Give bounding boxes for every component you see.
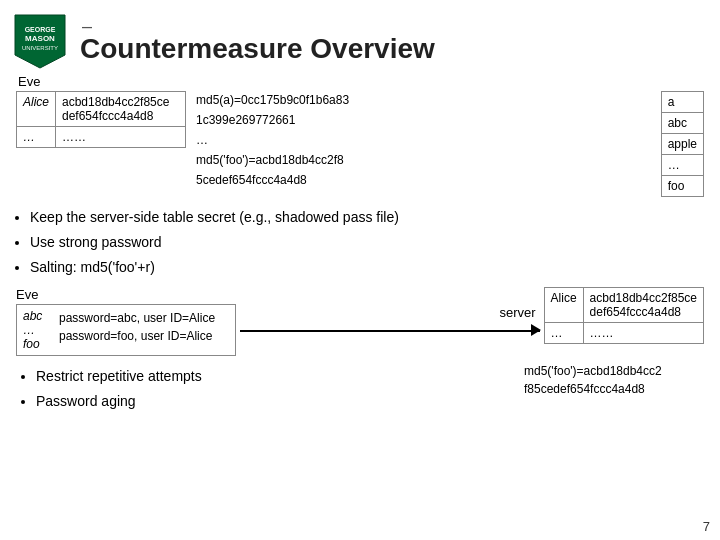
bullet-item: Password aging	[36, 389, 498, 414]
table-cell-hash: acbd18db4cc2f85cedef654fccc4a4d8	[56, 92, 186, 127]
title-area: – Countermeasure Overview	[80, 16, 435, 65]
bottom-bullets: Restrict repetitive attempts Password ag…	[16, 360, 514, 416]
page-number: 7	[703, 519, 710, 534]
server-section: Alice acbd18db4cc2f85cedef654fccc4a4d8 ……	[544, 287, 704, 344]
bottom-md5-text: md5('foo')=acbd18db4cc2f85cedef654fccc4a…	[524, 362, 704, 398]
server-label-row: server	[240, 305, 540, 320]
table-row: Alice acbd18db4cc2f85cedef654fccc4a4d8	[17, 92, 186, 127]
eve-bottom-box: abc…foo password=abc, user ID=Alice pass…	[16, 304, 236, 356]
table-row: abc	[661, 113, 703, 134]
server-name-cell: …	[544, 322, 583, 343]
header: GEORGE MASON UNIVERSITY – Countermeasure…	[0, 0, 720, 74]
page-title: Countermeasure Overview	[80, 33, 435, 65]
hash-line-1: md5(a)=0cc175b9c0f1b6a83	[196, 91, 651, 109]
table-row: … ……	[17, 127, 186, 148]
hash-line-2: 1c399e269772661	[196, 111, 651, 129]
table-cell-name: Alice	[17, 92, 56, 127]
eve-server-row: Eve abc…foo password=abc, user ID=Alice …	[16, 287, 704, 356]
server-hash-cell: acbd18db4cc2f85cedef654fccc4a4d8	[583, 287, 703, 322]
arrow-head-icon	[531, 324, 541, 336]
dict-entry: foo	[661, 176, 703, 197]
arrow-line	[240, 330, 540, 332]
dict-entry: abc	[661, 113, 703, 134]
table-row: … ……	[544, 322, 703, 343]
table-row: foo	[661, 176, 703, 197]
svg-text:UNIVERSITY: UNIVERSITY	[22, 45, 58, 51]
logo-icon: GEORGE MASON UNIVERSITY	[10, 10, 70, 70]
arrow-line-container	[240, 320, 540, 340]
bullet-item: Restrict repetitive attempts	[36, 364, 498, 389]
table-cell-name: …	[17, 127, 56, 148]
top-content: Alice acbd18db4cc2f85cedef654fccc4a4d8 ……	[16, 91, 704, 197]
hash-line-4: 5cedef654fccc4a4d8	[196, 171, 651, 189]
table-cell-hash: ……	[56, 127, 186, 148]
top-section: Eve Alice acbd18db4cc2f85cedef654fccc4a4…	[0, 74, 720, 197]
table-row: Alice acbd18db4cc2f85cedef654fccc4a4d8	[544, 287, 703, 322]
bottom-lower-row: Restrict repetitive attempts Password ag…	[16, 360, 704, 416]
bullet-item: Keep the server-side table secret (e.g.,…	[30, 205, 704, 230]
middle-hashes: md5(a)=0cc175b9c0f1b6a83 1c399e269772661…	[196, 91, 651, 191]
table-row: …	[661, 155, 703, 176]
table-row: apple	[661, 134, 703, 155]
server-table: Alice acbd18db4cc2f85cedef654fccc4a4d8 ……	[544, 287, 704, 344]
table-row: a	[661, 92, 703, 113]
bottom-diagram-section: Eve abc…foo password=abc, user ID=Alice …	[0, 285, 720, 416]
svg-text:MASON: MASON	[25, 34, 55, 43]
bullet-item: Salting: md5('foo'+r)	[30, 255, 704, 280]
right-dict-table: a abc apple … foo	[661, 91, 704, 197]
eve-box-left-text: abc…foo	[23, 309, 51, 351]
top-bullets: Keep the server-side table secret (e.g.,…	[0, 197, 720, 285]
server-label: server	[499, 305, 535, 320]
bullet-item: Use strong password	[30, 230, 704, 255]
logo: GEORGE MASON UNIVERSITY	[10, 10, 70, 70]
server-hash-cell: ……	[583, 322, 703, 343]
server-name-cell: Alice	[544, 287, 583, 322]
hash-line-3: md5('foo')=acbd18db4cc2f8	[196, 151, 651, 169]
eve-bottom-label: Eve	[16, 287, 236, 302]
dict-entry: …	[661, 155, 703, 176]
eve-box-right-text: password=abc, user ID=Alice password=foo…	[59, 309, 215, 345]
eve-label-top: Eve	[18, 74, 704, 89]
dict-entry: a	[661, 92, 703, 113]
dict-entry: apple	[661, 134, 703, 155]
eve-bottom-area: Eve abc…foo password=abc, user ID=Alice …	[16, 287, 236, 356]
eve-top-table: Alice acbd18db4cc2f85cedef654fccc4a4d8 ……	[16, 91, 186, 148]
hash-ellipsis: …	[196, 131, 651, 149]
arrow-server-area: server	[236, 287, 544, 340]
svg-text:GEORGE: GEORGE	[25, 26, 56, 33]
